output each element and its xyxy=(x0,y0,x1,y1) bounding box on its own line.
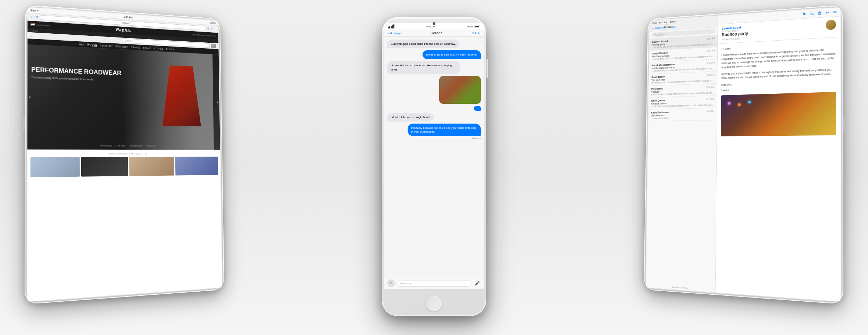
mail-sidebar: iPad 9:41 AM 100% ‹ Mailboxes Inbox Edit xyxy=(646,16,718,292)
ipad-right-side-button xyxy=(844,117,845,132)
messages-back-button[interactable]: ‹ Messages xyxy=(388,32,402,35)
forward-icon[interactable]: › xyxy=(33,15,34,19)
product-item-1[interactable] xyxy=(30,157,80,177)
hero-next-button[interactable]: › xyxy=(217,99,218,104)
compose-icon[interactable]: ✏ xyxy=(833,9,837,15)
search-icon: 🔍 xyxy=(654,33,657,36)
messages-back-label: Messages xyxy=(390,32,402,35)
hero-prev-button[interactable]: ‹ xyxy=(29,94,31,100)
front-camera xyxy=(433,22,435,25)
message-input[interactable]: iMessage xyxy=(397,280,471,287)
message-text-6: Probably because we could see your cards… xyxy=(411,126,475,133)
ipad-left: iPad ▾ 9:41 AM 100% ‹ › ⊟ rapha.cc ↺ ⬆ xyxy=(25,5,224,304)
reload-icon[interactable]: ↺ xyxy=(207,27,209,30)
menu-features[interactable]: FEATURES xyxy=(115,45,128,48)
edit-button[interactable]: Edit xyxy=(671,25,676,28)
email-body-text: I really wish you could have been at Eri… xyxy=(721,47,836,69)
mail-sender-7: Kelly Robinson xyxy=(651,111,669,114)
mail-item-6[interactable]: Cory Quinn 8:17 AM Vacation photos It lo… xyxy=(649,96,717,110)
region-selector[interactable]: United States $ xyxy=(31,23,51,27)
message-text-1: Glad you guys could make it to the park … xyxy=(391,42,456,45)
product-item-2[interactable] xyxy=(81,157,128,177)
ipad-left-screen: iPad ▾ 9:41 AM 100% ‹ › ⊟ rapha.cc ↺ ⬆ xyxy=(27,8,222,302)
email-body-text-2: Anyway, sorry you couldn't make it. We a… xyxy=(721,67,836,80)
menu-blogs[interactable]: BLOGS xyxy=(166,48,174,50)
region-label: United States $ xyxy=(36,24,51,27)
menu-women[interactable]: WOMEN xyxy=(87,43,97,47)
mail-time-7: 8:06 AM xyxy=(706,110,714,112)
flag-icon[interactable]: ⚑ xyxy=(802,12,806,17)
email-body: Hi Eden, I really wish you could have be… xyxy=(716,37,841,302)
message-text-3: I know. We had so much fun. Here we are … xyxy=(391,64,452,71)
mail-time-2: 9:27 AM xyxy=(707,49,715,52)
hero-link-teamsky[interactable]: Team Sky xyxy=(147,145,156,147)
menu-stores[interactable]: STORES xyxy=(154,47,164,50)
hero-link-womens100[interactable]: Women's 100 xyxy=(130,145,142,147)
signin-link[interactable]: Sign In/Register xyxy=(192,33,205,36)
details-button[interactable]: Details xyxy=(472,32,480,35)
message-3: I know. We had so much fun. Here we are … xyxy=(387,61,460,74)
mail-item-7[interactable]: Kelly Robinson 8:06 AM Last weekend Last… xyxy=(648,108,717,122)
messages-list: Glad you guys could make it to the park … xyxy=(384,37,484,277)
new-tab-icon[interactable]: + xyxy=(214,27,216,31)
ipad-right-device: iPad xyxy=(652,22,657,24)
mail-time-4: 9:00 AM xyxy=(707,74,715,76)
mail-sender-5: Paul Hikiji xyxy=(651,87,663,91)
signal-bar-4 xyxy=(392,25,393,28)
rapha-website: iPad ▾ 9:41 AM 100% ‹ › ⊟ rapha.cc ↺ ⬆ xyxy=(27,8,222,302)
hero-category-links: Performance | Pro Team | Women's 100 | T… xyxy=(100,145,156,147)
rapha-hero-banner: PERFORMANCE ROADWEAR The finest cycling … xyxy=(27,45,220,150)
message-4 xyxy=(474,106,481,111)
featured-title: FEATURED PRODUCTS xyxy=(31,152,218,155)
home-icon[interactable]: ⌂ xyxy=(31,34,33,37)
message-1: Glad you guys could make it to the park … xyxy=(387,40,459,48)
ipad-left-side-button xyxy=(23,117,24,132)
reply-icon[interactable]: ↩ xyxy=(826,10,829,15)
product-grid xyxy=(30,157,218,177)
signal-bar-2 xyxy=(389,26,390,28)
language-label: English xyxy=(31,30,38,32)
menu-teams[interactable]: TEAMS xyxy=(143,47,151,49)
mail-list: Lauren Bosak 9:32 AM Rooftop party I rea… xyxy=(646,35,718,288)
message-6: Probably because we could see your cards… xyxy=(408,124,481,136)
mail-time-3: 9:14 AM xyxy=(707,61,715,64)
myaccount-link[interactable]: My Account xyxy=(206,34,216,37)
mic-button[interactable]: 🎤 xyxy=(473,279,481,287)
home-button[interactable] xyxy=(426,295,442,312)
messages-header: ‹ Messages Jeanne Details xyxy=(384,30,484,37)
hero-link-performance[interactable]: Performance xyxy=(100,145,112,147)
message-text-5: I don't think I won a single hand. xyxy=(391,116,430,119)
messages-app: 9:41 AM 100% ‹ Messages xyxy=(384,23,484,289)
back-icon[interactable]: ‹ xyxy=(31,15,32,18)
featured-products-section: FEATURED PRODUCTS xyxy=(27,150,220,180)
ipad-label: iPad xyxy=(31,9,36,12)
product-item-3[interactable] xyxy=(129,157,174,176)
mail-sender-6: Cory Quinn xyxy=(651,99,665,102)
menu-travel[interactable]: TRAVEL xyxy=(131,46,140,49)
camera-button[interactable]: ⊙ xyxy=(387,279,395,287)
menu-men[interactable]: MEN xyxy=(79,43,84,46)
us-flag xyxy=(31,23,35,26)
sleep-wake-button[interactable] xyxy=(486,59,488,78)
signal-bar-3 xyxy=(391,26,392,28)
email-inline-image xyxy=(721,92,836,136)
hero-link-proteam[interactable]: Pro Team xyxy=(117,145,126,147)
ipad-right-screen: iPad 9:41 AM 100% ‹ Mailboxes Inbox Edit xyxy=(646,8,841,302)
folder-icon[interactable]: 🗂 xyxy=(810,11,814,16)
product-item-4[interactable] xyxy=(175,157,218,175)
mail-item-5[interactable]: Paul Hikiji 8:31 AM Volleyball I won't b… xyxy=(649,84,717,98)
trash-icon[interactable]: 🗑 xyxy=(818,10,822,16)
message-5: I don't think I won a single hand. xyxy=(387,113,434,122)
mail-content-panel: ⚑ 🗂 🗑 ↩ ✏ Lauren Bosak To: Eden Sears Ro… xyxy=(716,8,841,302)
mail-app: iPad 9:41 AM 100% ‹ Mailboxes Inbox Edit xyxy=(646,8,841,302)
menu-teamsky[interactable]: TEAM SKY xyxy=(100,44,113,47)
share-icon[interactable]: ⬆ xyxy=(211,27,213,30)
bookmarks-icon[interactable]: ⊟ xyxy=(36,16,38,19)
signal-bar-5 xyxy=(393,24,394,28)
inbox-title: Inbox xyxy=(664,25,671,29)
ipad-right-battery: 100% xyxy=(670,20,676,23)
mail-sender-4: Sean Reilly xyxy=(651,75,665,79)
iphone-time: 9:41 AM xyxy=(426,25,435,28)
search-submit-icon[interactable]: 🔍 xyxy=(211,44,216,48)
mailboxes-back-button[interactable]: ‹ Mailboxes xyxy=(652,26,664,30)
